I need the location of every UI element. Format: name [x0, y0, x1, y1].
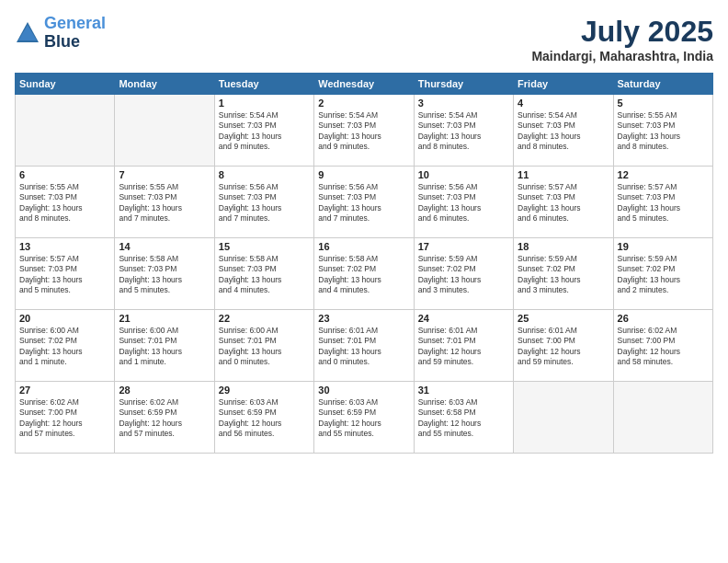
- week-row-3: 20Sunrise: 6:00 AM Sunset: 7:02 PM Dayli…: [16, 310, 713, 382]
- day-number: 27: [19, 385, 110, 396]
- day-info: Sunrise: 5:59 AM Sunset: 7:02 PM Dayligh…: [518, 254, 609, 296]
- weekday-header-monday: Monday: [115, 74, 214, 95]
- day-info: Sunrise: 5:57 AM Sunset: 7:03 PM Dayligh…: [518, 182, 609, 224]
- location: Maindargi, Maharashtra, India: [531, 49, 713, 63]
- calendar-cell: 27Sunrise: 6:02 AM Sunset: 7:00 PM Dayli…: [16, 382, 115, 454]
- calendar-cell: [16, 95, 115, 167]
- calendar-cell: 26Sunrise: 6:02 AM Sunset: 7:00 PM Dayli…: [613, 310, 712, 382]
- day-info: Sunrise: 6:03 AM Sunset: 6:59 PM Dayligh…: [219, 397, 310, 440]
- day-info: Sunrise: 6:01 AM Sunset: 7:00 PM Dayligh…: [518, 326, 609, 368]
- calendar-cell: 16Sunrise: 5:58 AM Sunset: 7:02 PM Dayli…: [314, 238, 414, 310]
- calendar-cell: 7Sunrise: 5:55 AM Sunset: 7:03 PM Daylig…: [115, 167, 214, 238]
- day-info: Sunrise: 5:58 AM Sunset: 7:03 PM Dayligh…: [219, 254, 310, 296]
- weekday-header-row: SundayMondayTuesdayWednesdayThursdayFrid…: [16, 74, 713, 95]
- day-number: 7: [119, 169, 210, 180]
- calendar-cell: 30Sunrise: 6:03 AM Sunset: 6:59 PM Dayli…: [314, 382, 414, 454]
- calendar-cell: [613, 382, 712, 454]
- day-info: Sunrise: 5:54 AM Sunset: 7:03 PM Dayligh…: [318, 110, 409, 153]
- calendar-cell: 6Sunrise: 5:55 AM Sunset: 7:03 PM Daylig…: [16, 167, 115, 238]
- day-number: 26: [618, 313, 709, 324]
- calendar-table: SundayMondayTuesdayWednesdayThursdayFrid…: [15, 73, 713, 454]
- day-number: 10: [418, 169, 509, 180]
- day-info: Sunrise: 6:02 AM Sunset: 7:00 PM Dayligh…: [618, 326, 709, 368]
- calendar-cell: 1Sunrise: 5:54 AM Sunset: 7:03 PM Daylig…: [214, 95, 313, 167]
- day-info: Sunrise: 6:00 AM Sunset: 7:02 PM Dayligh…: [19, 326, 110, 368]
- day-info: Sunrise: 6:02 AM Sunset: 6:59 PM Dayligh…: [119, 397, 210, 440]
- day-number: 25: [518, 313, 609, 324]
- day-number: 5: [618, 98, 709, 109]
- day-info: Sunrise: 6:01 AM Sunset: 7:01 PM Dayligh…: [418, 326, 509, 368]
- weekday-header-tuesday: Tuesday: [214, 74, 313, 95]
- day-number: 17: [418, 241, 509, 252]
- calendar-cell: 21Sunrise: 6:00 AM Sunset: 7:01 PM Dayli…: [115, 310, 214, 382]
- day-number: 6: [19, 169, 110, 180]
- day-number: 22: [219, 313, 310, 324]
- calendar-cell: 8Sunrise: 5:56 AM Sunset: 7:03 PM Daylig…: [214, 167, 313, 238]
- calendar-cell: 14Sunrise: 5:58 AM Sunset: 7:03 PM Dayli…: [115, 238, 214, 310]
- calendar-cell: 22Sunrise: 6:00 AM Sunset: 7:01 PM Dayli…: [214, 310, 313, 382]
- day-number: 29: [219, 385, 310, 396]
- calendar-cell: 18Sunrise: 5:59 AM Sunset: 7:02 PM Dayli…: [514, 238, 613, 310]
- day-info: Sunrise: 5:57 AM Sunset: 7:03 PM Dayligh…: [618, 182, 709, 224]
- weekday-header-friday: Friday: [514, 74, 613, 95]
- day-info: Sunrise: 5:55 AM Sunset: 7:03 PM Dayligh…: [19, 182, 110, 224]
- weekday-header-wednesday: Wednesday: [314, 74, 414, 95]
- calendar-cell: 23Sunrise: 6:01 AM Sunset: 7:01 PM Dayli…: [314, 310, 414, 382]
- calendar-cell: 25Sunrise: 6:01 AM Sunset: 7:00 PM Dayli…: [514, 310, 613, 382]
- calendar-cell: 31Sunrise: 6:03 AM Sunset: 6:58 PM Dayli…: [414, 382, 513, 454]
- page: General Blue July 2025 Maindargi, Mahara…: [0, 0, 728, 563]
- week-row-1: 6Sunrise: 5:55 AM Sunset: 7:03 PM Daylig…: [16, 167, 713, 238]
- week-row-0: 1Sunrise: 5:54 AM Sunset: 7:03 PM Daylig…: [16, 95, 713, 167]
- day-number: 20: [19, 313, 110, 324]
- day-number: 23: [318, 313, 409, 324]
- calendar-cell: 17Sunrise: 5:59 AM Sunset: 7:02 PM Dayli…: [414, 238, 513, 310]
- day-info: Sunrise: 5:57 AM Sunset: 7:03 PM Dayligh…: [19, 254, 110, 296]
- calendar-cell: 15Sunrise: 5:58 AM Sunset: 7:03 PM Dayli…: [214, 238, 313, 310]
- day-info: Sunrise: 6:03 AM Sunset: 6:58 PM Dayligh…: [418, 397, 509, 440]
- day-info: Sunrise: 6:02 AM Sunset: 7:00 PM Dayligh…: [19, 397, 110, 440]
- day-info: Sunrise: 5:58 AM Sunset: 7:02 PM Dayligh…: [318, 254, 409, 296]
- day-number: 31: [418, 385, 509, 396]
- calendar-cell: 28Sunrise: 6:02 AM Sunset: 6:59 PM Dayli…: [115, 382, 214, 454]
- day-info: Sunrise: 6:00 AM Sunset: 7:01 PM Dayligh…: [119, 326, 210, 368]
- calendar-cell: [115, 95, 214, 167]
- day-info: Sunrise: 6:00 AM Sunset: 7:01 PM Dayligh…: [219, 326, 310, 368]
- day-info: Sunrise: 5:54 AM Sunset: 7:03 PM Dayligh…: [518, 110, 609, 153]
- day-number: 4: [518, 98, 609, 109]
- day-info: Sunrise: 5:55 AM Sunset: 7:03 PM Dayligh…: [119, 182, 210, 224]
- day-number: 3: [418, 98, 509, 109]
- calendar-cell: 3Sunrise: 5:54 AM Sunset: 7:03 PM Daylig…: [414, 95, 513, 167]
- day-number: 28: [119, 385, 210, 396]
- day-number: 2: [318, 98, 409, 109]
- day-number: 8: [219, 169, 310, 180]
- weekday-header-saturday: Saturday: [613, 74, 712, 95]
- logo-icon: [15, 20, 40, 46]
- day-number: 21: [119, 313, 210, 324]
- day-info: Sunrise: 5:58 AM Sunset: 7:03 PM Dayligh…: [119, 254, 210, 296]
- day-number: 19: [618, 241, 709, 252]
- calendar-cell: 13Sunrise: 5:57 AM Sunset: 7:03 PM Dayli…: [16, 238, 115, 310]
- day-info: Sunrise: 6:01 AM Sunset: 7:01 PM Dayligh…: [318, 326, 409, 368]
- weekday-header-sunday: Sunday: [16, 74, 115, 95]
- day-number: 18: [518, 241, 609, 252]
- calendar-cell: 5Sunrise: 5:55 AM Sunset: 7:03 PM Daylig…: [613, 95, 712, 167]
- calendar-cell: 29Sunrise: 6:03 AM Sunset: 6:59 PM Dayli…: [214, 382, 313, 454]
- calendar-cell: [514, 382, 613, 454]
- calendar-cell: 24Sunrise: 6:01 AM Sunset: 7:01 PM Dayli…: [414, 310, 513, 382]
- calendar-cell: 11Sunrise: 5:57 AM Sunset: 7:03 PM Dayli…: [514, 167, 613, 238]
- day-number: 14: [119, 241, 210, 252]
- day-info: Sunrise: 5:55 AM Sunset: 7:03 PM Dayligh…: [618, 110, 709, 153]
- day-number: 15: [219, 241, 310, 252]
- day-number: 9: [318, 169, 409, 180]
- calendar-cell: 10Sunrise: 5:56 AM Sunset: 7:03 PM Dayli…: [414, 167, 513, 238]
- week-row-2: 13Sunrise: 5:57 AM Sunset: 7:03 PM Dayli…: [16, 238, 713, 310]
- header: General Blue July 2025 Maindargi, Mahara…: [15, 15, 713, 63]
- logo-text: General Blue: [44, 15, 106, 52]
- calendar-cell: 20Sunrise: 6:00 AM Sunset: 7:02 PM Dayli…: [16, 310, 115, 382]
- day-info: Sunrise: 5:56 AM Sunset: 7:03 PM Dayligh…: [219, 182, 310, 224]
- title-block: July 2025 Maindargi, Maharashtra, India: [531, 15, 713, 63]
- day-info: Sunrise: 5:59 AM Sunset: 7:02 PM Dayligh…: [418, 254, 509, 296]
- day-number: 30: [318, 385, 409, 396]
- day-info: Sunrise: 5:54 AM Sunset: 7:03 PM Dayligh…: [418, 110, 509, 153]
- day-info: Sunrise: 6:03 AM Sunset: 6:59 PM Dayligh…: [318, 397, 409, 440]
